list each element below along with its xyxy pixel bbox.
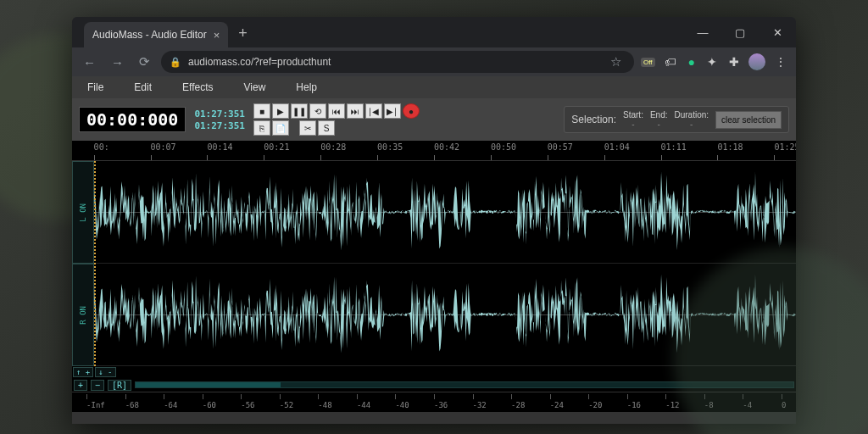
channel-left-label[interactable]: L ON [72,161,94,264]
tab-title: AudioMass - Audio Editor [92,29,207,41]
ext-tag-icon[interactable]: 🏷 [662,53,679,71]
forward-icon[interactable]: → [107,52,128,73]
gain-up-button[interactable]: ↑ + [73,367,93,377]
time-main: 00:00:000 [79,107,186,132]
audiomass-app: File Edit Effects View Help 00:00:000 01… [72,76,796,424]
close-window-button[interactable]: ✕ [759,17,796,47]
cut-button[interactable]: ✂ [299,120,316,136]
menu-file[interactable]: File [87,81,103,93]
snap-button[interactable]: S [318,120,335,136]
transport-group: ■ ▶ ❚❚ ⟲ ⏮ ⏭ ∣◀ ▶∣ ● ⎘ 📄 ✂ S [253,103,420,136]
menu-edit[interactable]: Edit [134,81,152,93]
profile-avatar[interactable] [748,53,765,70]
zoom-in-button[interactable]: + [74,380,87,391]
lock-icon: 🔒 [170,57,181,68]
paste-button[interactable]: 📄 [272,120,289,136]
new-tab-button[interactable]: + [233,23,253,44]
stop-button[interactable]: ■ [253,103,270,119]
channel-right-label[interactable]: R ON [72,264,94,366]
url-text: audiomass.co/?ref=producthunt [188,56,331,68]
waveform-right[interactable] [94,264,796,366]
selection-duration: Duration: - [675,110,709,129]
gain-down-button[interactable]: ↓ - [95,367,115,377]
waveform-left[interactable] [94,161,796,264]
extensions-icon[interactable]: ✦ [704,53,720,71]
ext-grammarly-icon[interactable]: ● [686,53,698,71]
time-dur1: 01:27:351 [194,108,245,120]
toolbar: 00:00:000 01:27:351 01:27:351 ■ ▶ ❚❚ ⟲ ⏮… [72,98,796,141]
zoom-out-button[interactable]: − [91,380,104,391]
play-button[interactable]: ▶ [272,103,289,119]
window-controls: — ▢ ✕ [684,17,796,47]
back-icon[interactable]: ← [79,52,100,73]
ext-badge[interactable]: Off [641,58,655,67]
loop-button[interactable]: ⟲ [309,103,326,119]
zoom-scrollbar[interactable] [135,381,794,388]
rewind-button[interactable]: ⏮ [328,103,345,119]
pause-button[interactable]: ❚❚ [291,103,308,119]
selection-end: End: - [650,110,668,129]
time-durations: 01:27:351 01:27:351 [194,108,245,131]
close-tab-icon[interactable]: × [214,29,220,42]
waveform-area[interactable] [94,161,796,366]
ext-pocket-icon[interactable]: ✚ [726,53,742,71]
menubar: File Edit Effects View Help [72,76,796,98]
star-icon[interactable]: ☆ [606,51,626,73]
minimize-button[interactable]: — [684,17,721,47]
menu-help[interactable]: Help [296,81,317,93]
zoom-reset-button[interactable]: [R] [108,380,131,391]
selection-panel: Selection: Start: - End: - Duration: - c… [564,106,789,133]
reload-icon[interactable]: ⟳ [135,51,154,73]
url-field[interactable]: 🔒 audiomass.co/?ref=producthunt ☆ [161,51,634,73]
ffwd-button[interactable]: ⏭ [347,103,364,119]
gain-controls: ↑ + ↓ - [72,366,796,378]
copy-button[interactable]: ⎘ [253,120,270,136]
db-meter: -Inf-68-64-60-56-52-48-44-40-36-32-28-24… [72,392,796,412]
menu-view[interactable]: View [244,81,266,93]
selection-label: Selection: [571,114,616,125]
chrome-menu-icon[interactable]: ⋮ [772,53,789,71]
maximize-button[interactable]: ▢ [721,17,759,47]
skip-end-button[interactable]: ▶∣ [384,103,401,119]
time-dur2: 01:27:351 [194,120,245,131]
menu-effects[interactable]: Effects [182,81,213,93]
clear-selection-button[interactable]: clear selection [715,111,782,129]
time-ruler[interactable]: 00:00:0700:1400:2100:2800:3500:4200:5000… [72,141,796,161]
address-bar: ← → ⟳ 🔒 audiomass.co/?ref=producthunt ☆ … [72,47,796,76]
record-button[interactable]: ● [403,103,420,119]
skip-start-button[interactable]: ∣◀ [365,103,382,119]
titlebar: AudioMass - Audio Editor × + — ▢ ✕ [72,17,796,47]
tracks: L ON R ON [72,161,796,366]
selection-start: Start: - [623,110,643,129]
browser-window: AudioMass - Audio Editor × + — ▢ ✕ ← → ⟳… [72,17,796,424]
browser-tab[interactable]: AudioMass - Audio Editor × [84,22,228,47]
channel-labels: L ON R ON [72,161,94,366]
zoom-row: + − [R] [72,378,796,392]
